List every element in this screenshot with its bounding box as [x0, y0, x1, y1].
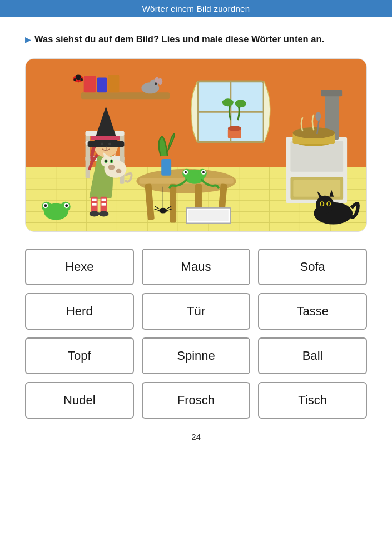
svg-point-99 — [65, 204, 68, 207]
instruction-arrow: ▶ — [25, 34, 31, 45]
svg-point-112 — [80, 78, 83, 81]
svg-point-72 — [90, 211, 100, 217]
svg-rect-19 — [97, 77, 107, 92]
svg-point-97 — [44, 204, 47, 207]
svg-point-24 — [158, 78, 162, 85]
svg-point-85 — [105, 160, 107, 162]
main-content: ▶ Was siehst du auf dem Bild? Lies und m… — [0, 17, 392, 453]
svg-rect-18 — [84, 76, 96, 92]
svg-point-31 — [228, 126, 241, 131]
svg-rect-107 — [188, 210, 229, 221]
svg-point-111 — [73, 78, 76, 81]
scene-svg — [26, 59, 366, 231]
word-grid: Hexe Maus Sofa Herd Tür Tasse Topf Spinn… — [25, 249, 367, 419]
svg-point-78 — [108, 142, 111, 145]
svg-rect-75 — [88, 141, 125, 147]
svg-rect-39 — [321, 90, 342, 96]
svg-point-104 — [321, 202, 323, 206]
svg-rect-58 — [161, 159, 171, 176]
svg-rect-76 — [91, 136, 120, 140]
svg-rect-68 — [92, 203, 97, 206]
svg-rect-71 — [102, 203, 106, 206]
svg-point-44 — [315, 112, 321, 121]
svg-rect-17 — [81, 92, 170, 99]
svg-rect-49 — [170, 184, 176, 223]
word-box-frosch[interactable]: Frosch — [142, 382, 251, 419]
word-box-maus[interactable]: Maus — [142, 249, 251, 285]
page-number: 24 — [25, 432, 367, 441]
word-box-tisch[interactable]: Tisch — [258, 382, 367, 419]
svg-point-86 — [111, 160, 112, 162]
svg-point-101 — [316, 196, 334, 214]
word-box-herd[interactable]: Herd — [25, 293, 134, 330]
word-box-hexe[interactable]: Hexe — [25, 249, 134, 285]
word-box-sofa[interactable]: Sofa — [258, 249, 367, 285]
word-box-nudel[interactable]: Nudel — [25, 382, 134, 419]
svg-point-25 — [155, 82, 157, 85]
svg-rect-37 — [293, 180, 340, 197]
svg-point-77 — [101, 142, 103, 145]
svg-point-82 — [116, 169, 121, 173]
instruction-block: ▶ Was siehst du auf dem Bild? Lies und m… — [25, 33, 367, 46]
word-box-topf[interactable]: Topf — [25, 337, 134, 374]
svg-rect-67 — [92, 199, 97, 201]
svg-point-73 — [99, 211, 109, 217]
page-header: Wörter einem Bild zuordnen — [0, 0, 392, 17]
svg-rect-70 — [102, 199, 106, 201]
word-box-ball[interactable]: Ball — [258, 337, 367, 374]
word-box-tasse[interactable]: Tasse — [258, 293, 367, 330]
scene-illustration — [25, 58, 367, 232]
header-title: Wörter einem Bild zuordnen — [142, 4, 250, 13]
svg-point-57 — [202, 171, 205, 173]
svg-rect-20 — [108, 75, 120, 92]
word-box-spinne[interactable]: Spinne — [142, 337, 251, 374]
instruction-text: Was siehst du auf dem Bild? Lies und mal… — [34, 33, 324, 46]
svg-point-33 — [235, 100, 246, 107]
word-box-tuer[interactable]: Tür — [142, 293, 251, 330]
svg-point-81 — [108, 165, 115, 170]
svg-point-55 — [185, 171, 187, 173]
svg-point-105 — [328, 202, 330, 206]
svg-point-88 — [159, 208, 167, 214]
svg-point-32 — [222, 98, 234, 106]
